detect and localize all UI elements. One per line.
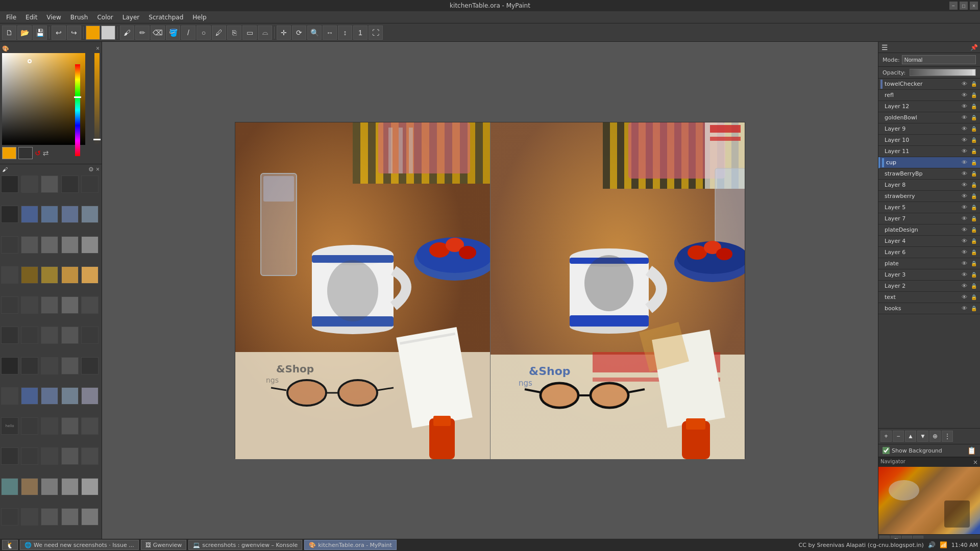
brush-cell[interactable] bbox=[81, 478, 99, 495]
brush-cell[interactable] bbox=[1, 508, 18, 525]
maximize-button[interactable]: □ bbox=[960, 2, 968, 10]
taskbar-item-gwenview[interactable]: 🖼 Gwenview bbox=[141, 540, 187, 550]
mode-select[interactable]: Normal Multiply Screen Overlay bbox=[902, 55, 976, 64]
ellipse-tool[interactable]: ○ bbox=[197, 26, 211, 40]
layer-lock-icon[interactable]: 🔒 bbox=[971, 104, 978, 109]
layer-visibility-icon[interactable]: 👁 bbox=[962, 193, 969, 199]
brush-cell[interactable] bbox=[41, 236, 58, 254]
line-tool[interactable]: / bbox=[181, 26, 195, 40]
show-background-button[interactable]: 📋 bbox=[967, 446, 976, 455]
layer-lock-icon[interactable]: 🔒 bbox=[971, 294, 978, 300]
redo-button[interactable]: ↪ bbox=[67, 26, 81, 40]
brush-cell[interactable] bbox=[1, 206, 18, 223]
layer-lock-icon[interactable]: 🔒 bbox=[971, 227, 978, 233]
background-color-swatch[interactable] bbox=[101, 26, 115, 40]
brush-cell[interactable] bbox=[21, 327, 38, 344]
pencil-tool[interactable]: ✏ bbox=[135, 26, 150, 40]
foreground-color[interactable] bbox=[2, 147, 16, 159]
layer-visibility-icon[interactable]: 👁 bbox=[962, 271, 969, 278]
brush-cell[interactable] bbox=[1, 327, 18, 344]
brush-panel-close[interactable]: × bbox=[96, 166, 100, 173]
layer-visibility-icon[interactable]: 👁 bbox=[962, 170, 969, 177]
brush-cell[interactable] bbox=[21, 236, 38, 254]
brush-cell[interactable] bbox=[21, 176, 38, 193]
show-background-checkbox[interactable] bbox=[883, 447, 890, 454]
brush-cell[interactable] bbox=[61, 478, 79, 495]
clone-tool[interactable]: ⎘ bbox=[227, 26, 241, 40]
layer-item[interactable]: Layer 12 👁 🔒 bbox=[878, 101, 980, 112]
brush-cell[interactable] bbox=[81, 447, 99, 465]
brush-cell[interactable] bbox=[1, 387, 18, 405]
brush-cell[interactable] bbox=[41, 357, 58, 374]
layer-item[interactable]: strawberry 👁 🔒 bbox=[878, 191, 980, 202]
network-icon[interactable]: 📶 bbox=[940, 541, 947, 548]
layer-lock-icon[interactable]: 🔒 bbox=[971, 261, 978, 266]
brush-cell[interactable] bbox=[61, 387, 79, 405]
layer-lock-icon[interactable]: 🔒 bbox=[971, 126, 978, 132]
brush-cell[interactable] bbox=[21, 296, 38, 314]
fill-tool[interactable]: 🪣 bbox=[166, 26, 180, 40]
remove-layer-button[interactable]: − bbox=[893, 431, 904, 442]
brush-cell[interactable] bbox=[41, 447, 58, 465]
layer-lock-icon[interactable]: 🔒 bbox=[971, 148, 978, 154]
background-color[interactable] bbox=[18, 147, 33, 159]
brush-cell[interactable] bbox=[61, 447, 79, 465]
brush-cell[interactable] bbox=[81, 296, 99, 314]
brush-cell[interactable] bbox=[81, 417, 99, 435]
layer-lock-icon[interactable]: 🔒 bbox=[971, 115, 978, 120]
layer-lock-icon[interactable]: 🔒 bbox=[971, 193, 978, 199]
layer-lock-icon[interactable]: 🔒 bbox=[971, 216, 978, 221]
brush-cell[interactable] bbox=[61, 206, 79, 223]
brush-cell[interactable] bbox=[1, 447, 18, 465]
layer-item[interactable]: Layer 6 👁 🔒 bbox=[878, 247, 980, 258]
alpha-bar[interactable] bbox=[94, 53, 100, 145]
layer-lock-icon[interactable]: 🔒 bbox=[971, 205, 978, 210]
layer-item[interactable]: plate 👁 🔒 bbox=[878, 258, 980, 269]
brush-cell[interactable] bbox=[81, 266, 99, 284]
close-button[interactable]: × bbox=[970, 2, 978, 10]
brush-cell[interactable] bbox=[61, 296, 79, 314]
brush-tool[interactable]: 🖌 bbox=[120, 26, 134, 40]
taskbar-start[interactable]: 🐧 bbox=[2, 540, 18, 550]
layer-item[interactable]: text 👁 🔒 bbox=[878, 292, 980, 303]
brush-cell[interactable] bbox=[21, 266, 38, 284]
canvas-left-half[interactable]: &Shop ngs bbox=[235, 122, 490, 459]
brush-cell[interactable] bbox=[41, 206, 58, 223]
brush-cell[interactable] bbox=[21, 417, 38, 435]
layer-item[interactable]: Layer 10 👁 🔒 bbox=[878, 135, 980, 146]
layer-lock-icon[interactable]: 🔒 bbox=[971, 306, 978, 311]
brush-cell[interactable] bbox=[61, 417, 79, 435]
zoom-tool[interactable]: 🔍 bbox=[307, 26, 322, 40]
layer-lock-icon[interactable]: 🔒 bbox=[971, 238, 978, 244]
hue-bar[interactable] bbox=[75, 64, 80, 156]
eraser-tool[interactable]: ⌫ bbox=[151, 26, 165, 40]
brush-cell[interactable]: hello bbox=[1, 417, 18, 435]
layer-lock-icon[interactable]: 🔒 bbox=[971, 182, 978, 188]
layer-visibility-icon[interactable]: 👁 bbox=[962, 81, 969, 87]
hamburger-menu-icon[interactable]: ☰ bbox=[880, 42, 889, 53]
layer-item[interactable]: Layer 11 👁 🔒 bbox=[878, 146, 980, 157]
menu-help[interactable]: Help bbox=[188, 13, 210, 22]
brush-cell[interactable] bbox=[1, 266, 18, 284]
brush-cell[interactable] bbox=[41, 417, 58, 435]
brush-cell[interactable] bbox=[41, 387, 58, 405]
layer-lock-icon[interactable]: 🔒 bbox=[971, 249, 978, 255]
layer-item[interactable]: refl 👁 🔒 bbox=[878, 90, 980, 101]
brush-cell[interactable] bbox=[1, 478, 18, 495]
layer-more-button[interactable]: ⋮ bbox=[942, 431, 953, 442]
menu-color[interactable]: Color bbox=[93, 13, 117, 22]
brush-cell[interactable] bbox=[21, 447, 38, 465]
layer-item[interactable]: Layer 3 👁 🔒 bbox=[878, 269, 980, 281]
layer-visibility-icon[interactable]: 👁 bbox=[962, 148, 969, 155]
merge-layer-button[interactable]: ⊕ bbox=[929, 431, 941, 442]
layer-item[interactable]: Layer 2 👁 🔒 bbox=[878, 281, 980, 292]
taskbar-item-mypaint[interactable]: 🎨 kitchenTable.ora - MyPaint bbox=[304, 540, 397, 550]
brush-settings-button[interactable]: ⚙ bbox=[88, 166, 94, 173]
menu-edit[interactable]: Edit bbox=[21, 13, 41, 22]
brush-cell[interactable] bbox=[21, 206, 38, 223]
color-reset-icon[interactable]: ↺ bbox=[35, 149, 41, 157]
layer-item[interactable]: Layer 8 👁 🔒 bbox=[878, 180, 980, 191]
brush-cell[interactable] bbox=[61, 357, 79, 374]
taskbar-item-browser[interactable]: 🌐 We need new screenshots · Issue ... bbox=[20, 540, 139, 550]
brush-cell[interactable] bbox=[81, 236, 99, 254]
